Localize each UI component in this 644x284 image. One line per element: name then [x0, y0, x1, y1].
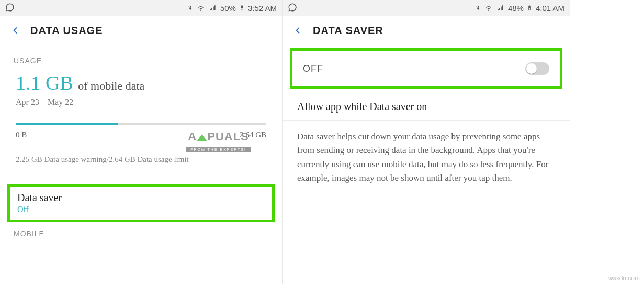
allow-app-row[interactable]: Allow app while Data saver on [283, 89, 570, 121]
usage-warning-line: 2.25 GB Data usage warning/2.64 GB Data … [0, 139, 282, 164]
battery-pct: 48% [508, 4, 524, 13]
screen-data-usage: 50% 3:52 AM DATA USAGE USAGE 1.1 GB of m… [0, 0, 283, 284]
back-icon[interactable] [12, 23, 20, 38]
data-saver-row[interactable]: Data saver Off [7, 184, 275, 222]
usage-bar-track [16, 123, 266, 125]
status-bar: 48% 4:01 AM [283, 0, 570, 16]
bluetooth-icon [187, 4, 193, 12]
battery-icon [239, 4, 245, 12]
section-rule [52, 234, 268, 234]
whatsapp-icon [288, 3, 297, 14]
signal-icon [496, 4, 505, 12]
page-title: DATA USAGE [30, 25, 103, 37]
screen-data-saver: 48% 4:01 AM DATA SAVER OFF Allow app whi… [283, 0, 570, 284]
section-rule [49, 61, 268, 61]
image-credit: wsxdn.com [608, 275, 640, 282]
usage-bar-fill [16, 123, 118, 125]
back-icon[interactable] [294, 23, 302, 38]
wifi-icon [196, 4, 206, 12]
status-bar: 50% 3:52 AM [0, 0, 282, 16]
toggle-state-label: OFF [303, 63, 323, 74]
data-saver-row-title: Data saver [17, 192, 265, 204]
usage-bar-min: 0 B [16, 130, 27, 139]
section-header-mobile: MOBILE [0, 222, 282, 241]
page-title: DATA SAVER [313, 25, 383, 37]
bluetooth-icon [475, 4, 481, 12]
section-header-label: USAGE [14, 57, 42, 65]
usage-summary: 1.1 GB of mobile data Apr 23 – May 22 [0, 68, 282, 107]
usage-of-label: of mobile data [75, 79, 145, 92]
section-header-label: MOBILE [14, 230, 44, 238]
section-header-usage: USAGE [0, 45, 282, 68]
battery-icon [527, 4, 533, 12]
signal-icon [209, 4, 217, 12]
usage-bar[interactable]: 0 B 2.64 GB [16, 123, 266, 139]
wifi-icon [484, 4, 493, 12]
data-saver-toggle-row[interactable]: OFF [290, 48, 562, 89]
clock-time: 4:01 AM [536, 4, 564, 13]
title-bar: DATA SAVER [283, 16, 570, 45]
clock-time: 3:52 AM [248, 4, 277, 13]
usage-date-range: Apr 23 – May 22 [16, 97, 266, 107]
data-saver-row-status: Off [17, 205, 265, 214]
whatsapp-icon [5, 3, 15, 14]
toggle-knob [526, 63, 537, 74]
data-saver-description: Data saver helps cut down your data usag… [283, 121, 570, 185]
battery-pct: 50% [220, 4, 236, 13]
data-saver-toggle[interactable] [525, 62, 549, 75]
usage-amount: 1.1 GB [16, 72, 73, 94]
title-bar: DATA USAGE [0, 16, 282, 45]
usage-bar-max: 2.64 GB [240, 130, 266, 139]
